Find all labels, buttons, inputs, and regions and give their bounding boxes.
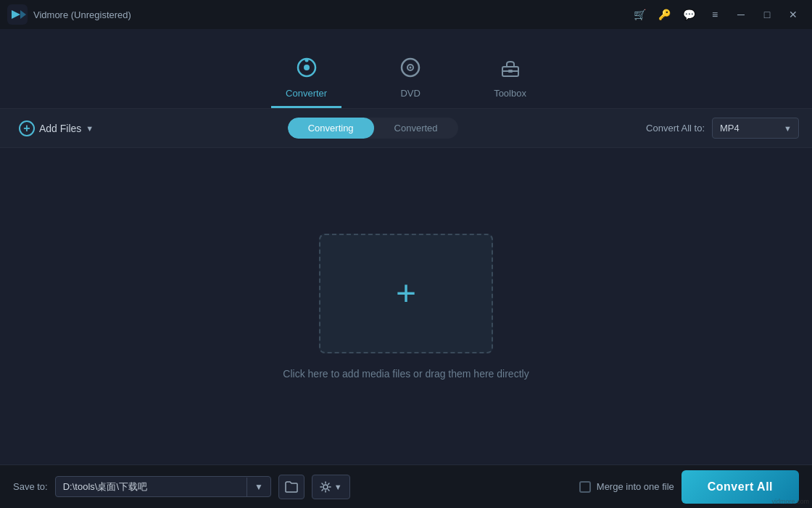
menu-button[interactable]: ≡ — [703, 4, 726, 25]
add-files-button[interactable]: + Add Files ▼ — [13, 117, 99, 140]
topnav: Converter DVD Toolbox — [0, 29, 812, 109]
svg-point-6 — [410, 67, 412, 69]
merge-label: Merge into one file — [597, 481, 674, 492]
convert-all-section: Convert All to: MP4 MKV AVI MOV MP3 AAC … — [646, 118, 799, 139]
close-button[interactable]: ✕ — [782, 4, 805, 25]
nav-label-dvd: DVD — [400, 88, 420, 99]
cart-icon-button[interactable]: 🛒 — [628, 4, 651, 25]
drop-zone-plus-icon: + — [396, 276, 416, 311]
folder-icon — [285, 481, 298, 493]
folder-browse-button[interactable] — [278, 475, 304, 499]
maximize-button[interactable]: □ — [755, 4, 779, 25]
svg-point-3 — [304, 59, 308, 62]
drop-hint-text: Click here to add media files or drag th… — [283, 368, 529, 380]
app-logo-icon — [7, 4, 28, 25]
svg-point-10 — [323, 485, 328, 489]
converting-tab[interactable]: Converting — [288, 118, 374, 139]
tab-group: Converting Converted — [108, 118, 637, 139]
convert-all-to-label: Convert All to: — [646, 123, 705, 134]
nav-item-toolbox[interactable]: Toolbox — [479, 49, 541, 108]
key-icon-button[interactable]: 🔑 — [652, 4, 676, 25]
nav-item-dvd[interactable]: DVD — [385, 49, 436, 108]
settings-button[interactable]: ▼ — [312, 475, 350, 499]
dvd-icon — [399, 57, 421, 83]
chat-icon-button[interactable]: 💬 — [677, 4, 700, 25]
svg-point-2 — [304, 65, 310, 70]
app-title: Vidmore (Unregistered) — [33, 9, 131, 20]
tab-switcher: Converting Converted — [288, 118, 458, 139]
merge-checkbox[interactable] — [579, 481, 591, 493]
add-circle-icon: + — [19, 120, 35, 136]
settings-dropdown-arrow: ▼ — [334, 483, 342, 491]
save-to-label: Save to: — [13, 481, 48, 492]
add-files-dropdown-arrow: ▼ — [86, 124, 94, 133]
titlebar-utility-icons: 🛒 🔑 💬 — [628, 4, 700, 25]
converter-icon — [296, 57, 318, 83]
titlebar-right: 🛒 🔑 💬 ≡ ─ □ ✕ — [628, 4, 805, 25]
nav-item-converter[interactable]: Converter — [271, 49, 341, 108]
main-content: + Click here to add media files or drag … — [0, 148, 812, 464]
path-input-wrapper: ▼ — [55, 476, 271, 497]
drop-zone[interactable]: + — [319, 234, 493, 353]
svg-rect-9 — [508, 70, 513, 73]
titlebar: Vidmore (Unregistered) 🛒 🔑 💬 ≡ ─ □ ✕ — [0, 0, 812, 29]
path-dropdown-button[interactable]: ▼ — [246, 478, 270, 496]
nav-label-toolbox: Toolbox — [494, 88, 526, 99]
converted-tab[interactable]: Converted — [374, 118, 458, 139]
settings-gear-icon — [320, 481, 331, 493]
save-path-input[interactable] — [56, 477, 246, 496]
minimize-button[interactable]: ─ — [729, 4, 753, 25]
merge-section: Merge into one file — [579, 481, 674, 493]
add-files-label: Add Files — [39, 123, 81, 134]
format-select-wrapper: MP4 MKV AVI MOV MP3 AAC ▼ — [712, 118, 799, 139]
format-select[interactable]: MP4 MKV AVI MOV MP3 AAC — [712, 118, 799, 139]
toolbox-icon — [500, 57, 521, 83]
bottombar: Save to: ▼ ▼ Merge into one file Convert… — [0, 464, 812, 508]
toolbar: + Add Files ▼ Converting Converted Conve… — [0, 109, 812, 148]
nav-label-converter: Converter — [286, 88, 327, 99]
watermark: vidmore.com — [771, 498, 809, 505]
titlebar-left: Vidmore (Unregistered) — [7, 4, 131, 25]
